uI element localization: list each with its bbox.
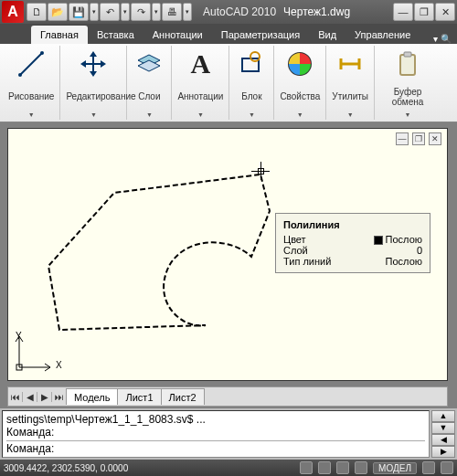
panel-label: Блок [241,91,261,101]
panel-drop-icon[interactable]: ▼ [297,111,303,118]
status-toggle[interactable] [300,461,313,474]
panel-drop-icon[interactable]: ▼ [249,111,255,118]
color-swatch-icon [374,236,383,245]
panel-modify[interactable]: Редактирование ▼ [60,46,127,120]
ribbon-extra[interactable]: ▾ 🔍 [428,34,457,44]
tab-parametric[interactable]: Параметризация [212,26,309,44]
tab-home[interactable]: Главная [31,26,88,44]
scroll-left-icon[interactable]: ◀ [431,434,455,446]
viewport-minimize[interactable]: — [396,132,409,145]
line-icon [15,48,48,80]
command-scrollbar[interactable]: ▲ ▼ ◀ ▶ [431,410,455,458]
tooltip-color-key: Цвет [283,234,306,245]
panel-label: Слои [138,91,160,101]
layout-nav-next[interactable]: ▶ [37,392,52,402]
panel-annotation[interactable]: A Аннотации ▼ [172,46,229,120]
qat-undo-drop[interactable]: ▾ [121,3,130,21]
command-history[interactable]: settings\temp\Чертеж1_1_1_8083.sv$ ... К… [2,410,430,458]
status-toggle[interactable] [422,461,435,474]
ucs-y-label: Y [16,331,22,341]
scroll-right-icon[interactable]: ▶ [431,446,455,458]
tooltip-title: Полилиния [283,219,422,230]
scroll-down-icon[interactable]: ▼ [431,422,455,434]
properties-icon [283,48,316,80]
model-space-button[interactable]: МОДЕЛ [373,462,417,474]
panel-utilities[interactable]: Утилиты ▼ [326,46,375,120]
panel-drop-icon[interactable]: ▼ [405,111,411,118]
status-toggle[interactable] [441,461,453,474]
app-menu-button[interactable]: A [2,1,24,23]
scroll-up-icon[interactable]: ▲ [431,410,455,422]
layout-nav-prev[interactable]: ◀ [23,392,37,402]
qat-open[interactable]: 📂 [48,3,68,21]
command-hist-line: settings\temp\Чертеж1_1_1_8083.sv$ ... [6,413,425,426]
svg-point-1 [18,73,22,77]
polyline-object[interactable] [41,156,315,361]
panel-drop-icon[interactable]: ▼ [146,111,153,118]
status-toggle[interactable] [355,461,367,474]
entity-tooltip: Полилиния ЦветПослою Слой0 Тип линийПосл… [275,213,430,273]
tab-insert[interactable]: Вставка [88,26,143,44]
window-controls: — ❐ ✕ [392,3,455,21]
layers-icon [133,48,165,80]
command-hist-line: Команда: [6,426,425,439]
tooltip-color-val: Послою [386,234,422,245]
qat-redo[interactable]: ↷ [131,3,151,21]
layout-tab-sheet1[interactable]: Лист1 [117,388,161,405]
panel-label: Утилиты [332,91,368,101]
text-icon: A [184,48,217,80]
qat-customize[interactable]: ▾ [183,3,192,21]
status-bar: 3009.4422, 2302.5390, 0.0000 МОДЕЛ [0,460,457,476]
qat-print[interactable]: 🖶 [162,3,182,21]
panel-properties[interactable]: Свойства ▼ [274,46,326,120]
layout-tab-sheet2[interactable]: Лист2 [161,388,205,405]
drawing-canvas[interactable]: — ❐ ✕ Полилиния ЦветПослою Слой0 Тип лин… [7,128,448,381]
clipboard-icon [391,48,424,80]
measure-icon [334,48,367,80]
panel-drop-icon[interactable]: ▼ [197,111,204,118]
ribbon: Рисование ▼ Редактирование ▼ Слои ▼ A Ан… [0,44,457,122]
ucs-x-label: X [56,360,62,370]
panel-block[interactable]: Блок ▼ [229,46,274,120]
panel-drop-icon[interactable]: ▼ [347,111,354,118]
panel-clipboard[interactable]: Буфер обмена ▼ [375,46,441,120]
titlebar: A 🗋 📂 💾 ▾ ↶ ▾ ↷ ▾ 🖶 ▾ AutoCAD 2010 Черте… [0,0,457,24]
panel-label: Аннотации [177,91,223,101]
panel-label: Редактирование [66,91,121,101]
tab-manage[interactable]: Управление [345,26,420,44]
panel-label: Буфер обмена [380,87,435,107]
qat-save[interactable]: 💾 [69,3,89,21]
viewport-maximize[interactable]: ❐ [412,132,425,145]
command-prompt[interactable]: Команда: [6,440,425,455]
qat-new[interactable]: 🗋 [27,3,47,21]
app-title: AutoCAD 2010 [203,5,276,18]
tab-annotate[interactable]: Аннотации [143,26,212,44]
close-button[interactable]: ✕ [435,3,455,21]
panel-drop-icon[interactable]: ▼ [90,111,97,118]
qat-undo[interactable]: ↶ [100,3,120,21]
minimize-button[interactable]: — [393,3,413,21]
qat-save-drop[interactable]: ▾ [90,3,99,21]
layout-tab-model[interactable]: Модель [66,388,118,405]
layout-nav-last[interactable]: ⏭ [52,392,67,402]
ucs-icon: Y X [14,333,54,375]
svg-rect-11 [400,55,415,75]
command-line-area: settings\temp\Чертеж1_1_1_8083.sv$ ... К… [0,408,457,460]
block-icon [235,48,268,80]
layout-nav-first[interactable]: ⏮ [8,392,23,402]
viewport-close[interactable]: ✕ [429,132,441,145]
qat-redo-drop[interactable]: ▾ [152,3,161,21]
status-toggle[interactable] [318,461,331,474]
file-name: Чертеж1.dwg [283,5,350,18]
maximize-button[interactable]: ❐ [414,3,434,21]
svg-point-2 [40,51,44,55]
svg-line-0 [20,53,42,75]
panel-draw[interactable]: Рисование ▼ [3,46,60,120]
workspace: — ❐ ✕ Полилиния ЦветПослою Слой0 Тип лин… [0,122,457,408]
svg-point-6 [250,52,260,61]
panel-drop-icon[interactable]: ▼ [28,111,35,118]
tab-view[interactable]: Вид [309,26,345,44]
tooltip-layer-key: Слой [283,245,308,256]
panel-layers[interactable]: Слои ▼ [127,46,172,120]
status-toggle[interactable] [336,461,349,474]
